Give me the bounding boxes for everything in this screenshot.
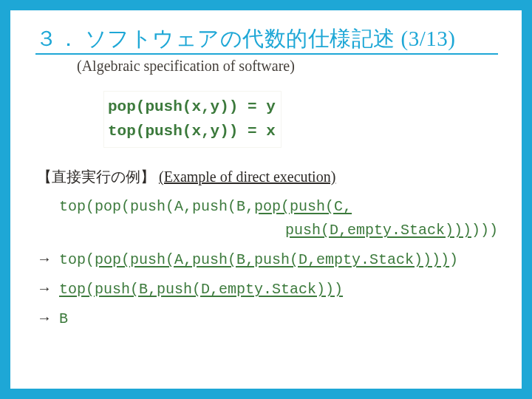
subtitle: (Algebraic specification of software): [77, 58, 498, 75]
exec-line-2: → top(push(B,push(D,empty.Stack))): [37, 274, 498, 304]
title-number: ３．: [35, 27, 79, 50]
t: ): [449, 251, 458, 268]
example-header: 【直接実行の例】 (Example of direct execution): [37, 167, 498, 187]
t-u: push(D,empty.Stack))): [285, 222, 471, 239]
t-u: pop(push(C,: [254, 198, 352, 215]
spec-line-1: pop(push(x,y)) = y: [108, 95, 276, 120]
exec-line-3: → B: [37, 304, 498, 333]
exec-text: top(push(B,push(D,empty.Stack))): [59, 276, 343, 304]
example-header-jp: 【直接実行の例】: [37, 168, 155, 185]
example-header-en: (Example of direct execution): [159, 168, 335, 185]
arrow-icon: →: [37, 245, 59, 273]
exec-result: B: [59, 305, 68, 333]
t: top(pop(push(A,push(B,: [59, 198, 254, 215]
t: top(: [59, 251, 95, 268]
t-u: top(push(B,push(D,empty.Stack))): [59, 281, 343, 298]
execution-trace: top(pop(push(A,push(B,pop(push(C, push(D…: [37, 193, 498, 333]
arrow-icon: →: [37, 304, 59, 332]
t: ))): [471, 222, 498, 239]
t-u: pop(push(A,push(B,push(D,empty.Stack)))): [95, 251, 449, 268]
spec-box: pop(push(x,y)) = y top(push(x,y)) = x: [103, 91, 282, 148]
title-block: ３． ソフトウェアの代数的仕様記述 (3/13): [35, 25, 498, 55]
spec-line-2: top(push(x,y)) = x: [108, 120, 276, 144]
exec-line-1: → top(pop(push(A,push(B,push(D,empty.Sta…: [37, 245, 498, 274]
exec-text: top(pop(push(A,push(B,push(D,empty.Stack…: [59, 246, 458, 274]
title-pager: (3/13): [401, 27, 456, 50]
exec-text: push(D,empty.Stack)))))): [49, 216, 498, 245]
title-japanese: ソフトウェアの代数的仕様記述: [85, 27, 395, 50]
slide: ３． ソフトウェアの代数的仕様記述 (3/13) (Algebraic spec…: [10, 10, 522, 389]
exec-line-0b: push(D,empty.Stack)))))): [37, 221, 498, 245]
arrow-icon: →: [37, 274, 59, 302]
slide-title: ３． ソフトウェアの代数的仕様記述 (3/13): [35, 25, 498, 52]
